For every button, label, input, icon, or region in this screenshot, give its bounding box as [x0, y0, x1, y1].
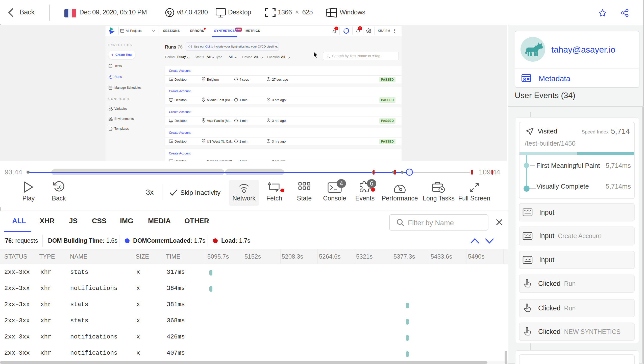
svg-text:10: 10	[57, 185, 62, 190]
